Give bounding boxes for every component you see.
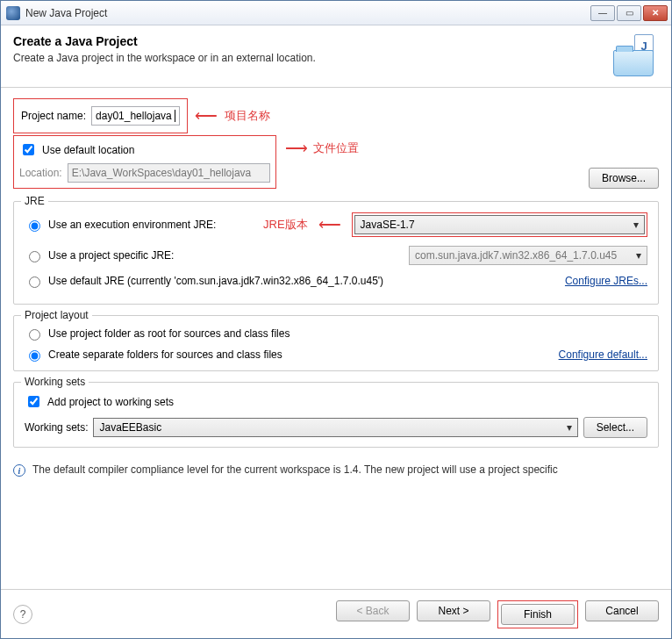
jre-env-select[interactable]: JavaSE-1.7 [354,215,645,234]
jre-default-radio[interactable] [29,276,40,288]
workingsets-group: Working sets Add project to working sets… [13,382,659,448]
configure-default-link[interactable]: Configure default... [559,348,647,361]
header: Create a Java Project Create a Java proj… [1,25,671,88]
location-input [68,163,270,183]
add-workingsets-checkbox[interactable] [28,396,39,407]
workingsets-select[interactable]: JavaEEBasic [93,418,577,437]
anno-text-projectname: 项目名称 [225,108,270,124]
arrow-icon: ⟵ [318,217,341,233]
titlebar: New Java Project — ▭ ✕ [1,1,671,25]
finish-button[interactable]: Finish [501,604,575,625]
page-title: Create a Java Project [13,34,608,48]
jre-project-label: Use a project specific JRE: [48,249,174,262]
jre-env-label: Use an execution environment JRE: [48,219,216,231]
anno-box-projectname: Project name: day01_hellojava [13,98,188,133]
location-label: Location: [19,167,62,179]
add-workingsets-label: Add project to working sets [47,396,174,408]
window-buttons: — ▭ ✕ [590,5,668,21]
page-desc: Create a Java project in the workspace o… [13,52,608,64]
workingsets-label: Working sets: [25,421,88,434]
use-default-location-checkbox[interactable] [23,144,34,155]
anno-box-location: Use default location Location: [13,135,276,189]
maximize-button[interactable]: ▭ [617,5,641,21]
folder-icon [613,50,654,76]
layout-sep-radio[interactable] [29,350,40,362]
header-icon: J [608,34,659,76]
anno-box-jre: JavaSE-1.7 [352,212,647,237]
jre-project-select: com.sun.java.jdk7.win32.x86_64_1.7.0.u45 [409,246,647,265]
jre-group: JRE Use an execution environment JRE: JR… [13,201,659,305]
layout-legend: Project layout [21,309,92,321]
jre-env-radio[interactable] [29,220,40,232]
configure-jres-link[interactable]: Configure JREs... [565,275,647,287]
layout-root-radio[interactable] [29,329,40,341]
anno-text-jre: JRE版本 [263,217,308,233]
cancel-button[interactable]: Cancel [585,600,659,621]
body: Project name: day01_hellojava ⟵ 项目名称 Pro… [1,88,671,589]
window: New Java Project — ▭ ✕ Create a Java Pro… [0,0,672,639]
next-button[interactable]: Next > [417,600,490,621]
help-button[interactable]: ? [13,605,32,624]
layout-group: Project layout Use project folder as roo… [13,315,659,371]
layout-root-label: Use project folder as root for sources a… [48,327,290,340]
browse-button[interactable]: Browse... [589,168,659,189]
arrow-icon: ⟶ [285,140,308,156]
jre-default-label: Use default JRE (currently 'com.sun.java… [48,275,383,287]
info-icon: i [13,464,25,477]
workingsets-legend: Working sets [21,376,89,388]
window-title: New Java Project [25,7,590,19]
anno-box-finish: Finish [497,600,578,628]
arrow-icon: ⟵ [195,108,218,124]
minimize-button[interactable]: — [590,5,615,21]
anno-text-location: 文件位置 [313,140,359,156]
project-name-input[interactable]: day01_hellojava [96,110,172,122]
project-name-label: Project name: [21,110,86,122]
close-button[interactable]: ✕ [643,5,668,21]
layout-sep-label: Create separate folders for sources and … [48,348,282,361]
info-message: i The default compiler compliance level … [13,463,659,488]
back-button[interactable]: < Back [336,600,410,621]
app-icon [6,6,20,20]
workingsets-select-button[interactable]: Select... [583,417,647,438]
footer: ? < Back Next > Finish Cancel [1,589,671,638]
jre-project-radio[interactable] [29,251,40,262]
jre-legend: JRE [21,195,48,207]
use-default-location-label: Use default location [42,144,134,156]
